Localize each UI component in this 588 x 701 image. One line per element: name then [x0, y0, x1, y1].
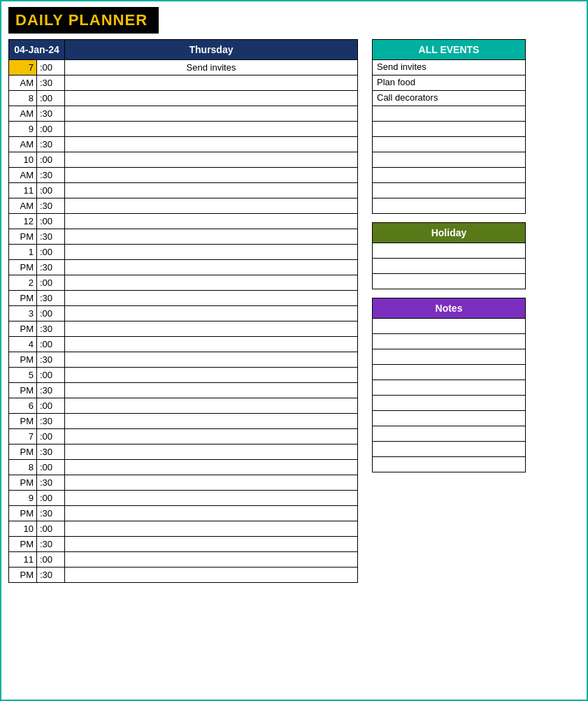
event-item: [373, 152, 525, 167]
event-item: [373, 182, 525, 198]
ampm-cell: PM: [9, 291, 37, 306]
hour-cell: 4: [9, 337, 37, 352]
half-event-cell: [65, 506, 358, 521]
half-event-cell: [65, 537, 358, 552]
ampm-cell: AM: [9, 168, 37, 183]
ampm-cell: PM: [9, 568, 37, 583]
event-cell: [65, 122, 358, 137]
event-item: Call decorators: [373, 90, 525, 106]
hour-cell: 8: [9, 91, 37, 106]
minute-cell: :00: [37, 491, 65, 506]
ampm-cell: AM: [9, 137, 37, 152]
event-item: [373, 121, 525, 136]
half-minute-cell: :30: [37, 229, 65, 245]
minute-cell: :00: [37, 429, 65, 445]
minute-cell: :00: [37, 183, 65, 198]
half-event-cell: [65, 321, 358, 337]
minute-cell: :00: [37, 337, 65, 352]
event-cell: [65, 429, 358, 445]
event-cell: Send invites: [65, 60, 358, 75]
half-event-cell: [65, 229, 358, 245]
half-minute-cell: :30: [37, 475, 65, 491]
minute-cell: :00: [37, 122, 65, 137]
right-panel: ALL EVENTS Send invitesPlan foodCall dec…: [372, 39, 526, 583]
half-minute-cell: :30: [37, 383, 65, 398]
minute-cell: :00: [37, 398, 65, 414]
minute-cell: :00: [37, 60, 65, 75]
minute-cell: :00: [37, 552, 65, 568]
half-event-cell: [65, 75, 358, 91]
half-event-cell: [65, 168, 358, 183]
event-item: [373, 167, 525, 182]
notes-header: Notes: [373, 298, 525, 318]
title-bar: DAILY PLANNER: [8, 7, 159, 34]
event-cell: [65, 214, 358, 229]
all-events-section: ALL EVENTS Send invitesPlan foodCall dec…: [372, 39, 526, 214]
half-minute-cell: :30: [37, 352, 65, 368]
half-minute-cell: :30: [37, 168, 65, 183]
half-minute-cell: :30: [37, 198, 65, 214]
half-event-cell: [65, 445, 358, 460]
event-cell: [65, 552, 358, 568]
event-cell: [65, 368, 358, 383]
hour-cell: 5: [9, 368, 37, 383]
ampm-cell: PM: [9, 260, 37, 275]
ampm-cell: PM: [9, 383, 37, 398]
event-item: Send invites: [373, 59, 525, 75]
hour-cell: 10: [9, 521, 37, 537]
all-events-header: ALL EVENTS: [373, 40, 525, 59]
note-item: [373, 410, 525, 426]
half-event-cell: [65, 260, 358, 275]
day-header: Thursday: [65, 40, 358, 60]
minute-cell: :00: [37, 368, 65, 383]
half-event-cell: [65, 352, 358, 368]
minute-cell: :00: [37, 306, 65, 321]
hour-cell: 12: [9, 214, 37, 229]
half-event-cell: [65, 198, 358, 214]
note-item: [373, 380, 525, 395]
minute-cell: :00: [37, 275, 65, 291]
holiday-header: Holiday: [373, 223, 525, 243]
date-header: 04-Jan-24: [9, 40, 65, 60]
half-event-cell: [65, 291, 358, 306]
holiday-section: Holiday: [372, 222, 526, 289]
hour-cell: 7: [9, 429, 37, 445]
minute-cell: :00: [37, 214, 65, 229]
hour-cell: 1: [9, 245, 37, 260]
event-cell: [65, 306, 358, 321]
half-minute-cell: :30: [37, 568, 65, 583]
note-item: [373, 426, 525, 441]
hour-cell: 8: [9, 460, 37, 475]
hour-cell: 9: [9, 122, 37, 137]
minute-cell: :00: [37, 91, 65, 106]
event-item: Plan food: [373, 75, 525, 90]
event-cell: [65, 183, 358, 198]
half-event-cell: [65, 475, 358, 491]
minute-cell: :00: [37, 521, 65, 537]
event-cell: [65, 275, 358, 291]
note-item: [373, 364, 525, 380]
ampm-cell: PM: [9, 475, 37, 491]
event-item: [373, 136, 525, 152]
hour-cell: 2: [9, 275, 37, 291]
event-item: [373, 198, 525, 213]
ampm-cell: PM: [9, 445, 37, 460]
half-event-cell: [65, 383, 358, 398]
planner-section: 04-Jan-24 Thursday 7 :00 Send invites AM…: [8, 39, 358, 583]
note-item: [373, 395, 525, 410]
note-item: [373, 441, 525, 456]
half-event-cell: [65, 414, 358, 429]
event-cell: [65, 521, 358, 537]
half-minute-cell: :30: [37, 445, 65, 460]
ampm-cell: PM: [9, 352, 37, 368]
half-minute-cell: :30: [37, 137, 65, 152]
planner-table: 04-Jan-24 Thursday 7 :00 Send invites AM…: [8, 39, 358, 583]
half-minute-cell: :30: [37, 537, 65, 552]
note-item: [373, 349, 525, 364]
note-item: [373, 333, 525, 349]
holiday-item: [373, 243, 525, 258]
hour-cell: 7: [9, 60, 37, 75]
event-cell: [65, 152, 358, 168]
half-minute-cell: :30: [37, 260, 65, 275]
half-event-cell: [65, 568, 358, 583]
